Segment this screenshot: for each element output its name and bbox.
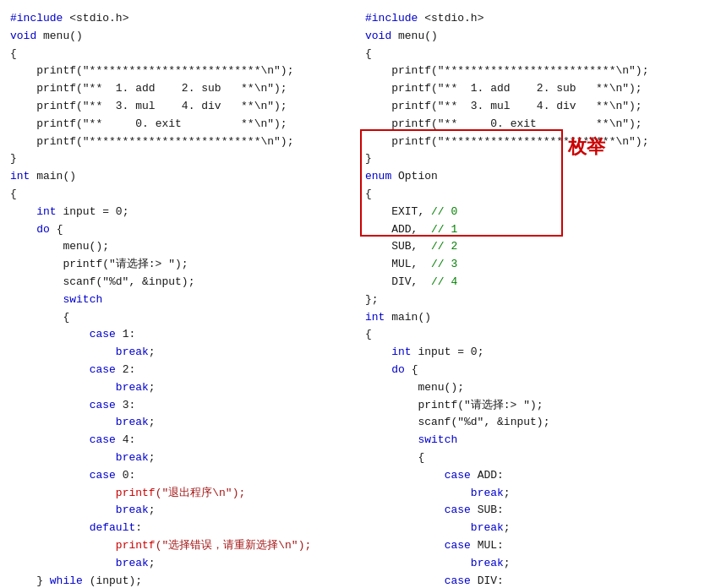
code-line: switch <box>10 291 345 309</box>
code-line: int input = 0; <box>10 204 345 221</box>
code-line: case DIV: <box>365 573 700 589</box>
code-line: case 1: <box>10 326 345 344</box>
code-line: case 0: <box>10 467 345 485</box>
code-line: printf("**************************\n"); <box>10 63 345 80</box>
code-line: SUB, // 2 <box>365 238 700 256</box>
code-line: case 2: <box>10 362 345 379</box>
code-line: printf("请选择:> "); <box>365 397 700 415</box>
code-line: break; <box>10 555 345 573</box>
code-line: do { <box>10 221 345 239</box>
code-line: } while (input); <box>10 573 345 589</box>
enum-annotation: 枚举 <box>568 132 605 161</box>
code-line: printf("** 0. exit **\n"); <box>10 116 345 133</box>
code-line: } <box>10 150 345 168</box>
code-line: case 3: <box>10 397 345 415</box>
code-line: ADD, // 1 <box>365 221 700 239</box>
code-line: MUL, // 3 <box>365 256 700 274</box>
code-line: { <box>10 46 345 63</box>
code-line: int main() <box>365 309 700 327</box>
code-line: break; <box>365 520 700 537</box>
code-line: printf("请选择:> "); <box>10 256 345 274</box>
code-line: #include <stdio.h> <box>365 10 700 28</box>
code-line: EXIT, // 0 <box>365 204 700 221</box>
code-line: { <box>10 309 345 327</box>
code-line: break; <box>10 502 345 520</box>
code-line: printf("** 0. exit **\n"); <box>365 116 700 133</box>
code-line: enum Option <box>365 168 700 186</box>
code-line: printf("** 3. mul 4. div **\n"); <box>365 98 700 116</box>
code-line: break; <box>10 449 345 467</box>
code-line: int input = 0; <box>365 344 700 362</box>
code-line: { <box>10 186 345 204</box>
code-line: printf("**************************\n"); <box>365 63 700 80</box>
right-panel: 枚举 #include <stdio.h>void menu(){ printf… <box>355 7 710 588</box>
code-line: printf("** 1. add 2. sub **\n"); <box>365 80 700 98</box>
code-line: int main() <box>10 168 345 186</box>
code-line: { <box>365 449 700 467</box>
code-line: break; <box>10 344 345 362</box>
code-line: #include <stdio.h> <box>10 10 345 28</box>
code-line: menu(); <box>365 379 700 397</box>
code-line: menu(); <box>10 238 345 256</box>
code-line: { <box>365 326 700 344</box>
code-line: break; <box>10 379 345 397</box>
code-line: void menu() <box>10 28 345 46</box>
code-line: switch <box>365 432 700 449</box>
code-line: break; <box>365 485 700 503</box>
code-line: break; <box>10 414 345 432</box>
code-line: printf("选择错误，请重新选择\n"); <box>10 537 345 555</box>
code-line: } <box>365 150 700 168</box>
code-line: printf("**************************\n"); <box>10 133 345 151</box>
code-line: scanf("%d", &input); <box>10 274 345 291</box>
code-line: { <box>365 186 700 204</box>
code-line: case MUL: <box>365 537 700 555</box>
code-line: }; <box>365 291 700 309</box>
code-line: scanf("%d", &input); <box>365 414 700 432</box>
code-line: do { <box>365 362 700 379</box>
code-line: DIV, // 4 <box>365 274 700 291</box>
code-line: void menu() <box>365 28 700 46</box>
code-line: default: <box>10 520 345 537</box>
code-line: case SUB: <box>365 502 700 520</box>
main-container: #include <stdio.h>void menu(){ printf("*… <box>0 0 710 588</box>
code-line: printf("** 3. mul 4. div **\n"); <box>10 98 345 116</box>
code-line: case 4: <box>10 432 345 449</box>
code-line: printf("** 1. add 2. sub **\n"); <box>10 80 345 98</box>
code-line: break; <box>365 555 700 573</box>
code-line: { <box>365 46 700 63</box>
code-line: case ADD: <box>365 467 700 485</box>
code-line: printf("退出程序\n"); <box>10 485 345 503</box>
left-panel: #include <stdio.h>void menu(){ printf("*… <box>0 7 355 588</box>
code-line: printf("**************************\n"); <box>365 133 700 151</box>
